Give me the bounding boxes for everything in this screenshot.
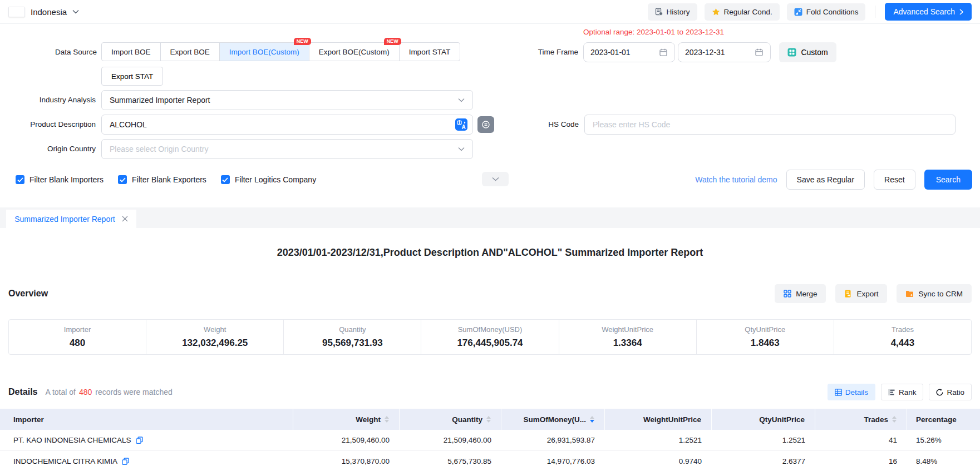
view-details-label: Details xyxy=(845,388,868,396)
top-bar: Indonesia History Regular Cond. xyxy=(0,0,980,24)
weight-cell: 15,370,870.00 xyxy=(293,451,400,466)
filter-blank-importers-checkbox[interactable]: Filter Blank Importers xyxy=(16,175,104,184)
divider xyxy=(875,6,875,18)
calendar-icon xyxy=(659,48,668,57)
country-selector[interactable]: Indonesia xyxy=(8,7,79,17)
stat-weight: Weight 132,032,496.25 xyxy=(146,320,283,354)
hs-code-field xyxy=(584,115,956,135)
history-button[interactable]: History xyxy=(648,3,697,21)
indonesia-flag-icon xyxy=(8,7,25,17)
importer-name[interactable]: INDOCHEMICAL CITRA KIMIA xyxy=(13,457,117,465)
close-icon[interactable] xyxy=(122,216,128,222)
stat-value: 132,032,496.25 xyxy=(182,338,248,349)
new-badge: NEW xyxy=(294,38,311,45)
expand-conditions-button[interactable] xyxy=(482,172,509,186)
data-source-import-boe-custom[interactable]: Import BOE(Custom) NEW xyxy=(219,42,309,61)
filter-blank-exporters-checkbox[interactable]: Filter Blank Exporters xyxy=(118,175,206,184)
filter-logistics-company-checkbox[interactable]: Filter Logitics Company xyxy=(221,175,316,184)
data-source-export-boe-custom[interactable]: Export BOE(Custom) NEW xyxy=(309,42,400,61)
details-table: Importer Weight Quantity SumOfMoney(U...… xyxy=(0,409,980,466)
sort-icon[interactable] xyxy=(486,416,491,423)
product-description-input[interactable] xyxy=(110,120,455,129)
view-ratio-label: Ratio xyxy=(947,388,964,396)
col-trades-label: Trades xyxy=(864,415,888,424)
industry-analysis-select[interactable]: Summarized Importer Report xyxy=(101,90,473,110)
fold-conditions-button[interactable]: Fold Conditions xyxy=(787,3,866,21)
svg-text:A: A xyxy=(462,124,466,130)
col-percentage: Percentage xyxy=(907,409,980,430)
copy-icon[interactable] xyxy=(122,458,129,465)
sort-icon[interactable] xyxy=(385,416,389,423)
fold-conditions-label: Fold Conditions xyxy=(806,8,859,16)
origin-country-select[interactable]: Please select Origin Country xyxy=(101,139,473,159)
view-ratio-button[interactable]: Ratio xyxy=(929,384,972,400)
tutorial-demo-link[interactable]: Watch the tutorial demo xyxy=(695,175,777,184)
data-source-export-boe-custom-label: Export BOE(Custom) xyxy=(319,48,390,56)
col-quantity[interactable]: Quantity xyxy=(400,409,501,430)
date-start-value: 2023-01-01 xyxy=(590,48,631,57)
matched-prefix: A total of xyxy=(45,388,75,396)
origin-country-label: Origin Country xyxy=(0,145,96,153)
stat-value: 95,569,731.93 xyxy=(322,338,383,349)
copy-icon[interactable] xyxy=(136,437,143,444)
stat-label: QtyUnitPrice xyxy=(745,325,785,334)
sort-icon-active-desc[interactable] xyxy=(590,416,594,423)
save-as-regular-button[interactable]: Save as Regular xyxy=(786,170,865,190)
advanced-search-button[interactable]: Advanced Search xyxy=(885,3,972,21)
data-source-import-stat[interactable]: Import STAT xyxy=(399,42,461,61)
stat-value: 176,445,905.74 xyxy=(457,338,523,349)
page: Indonesia History Regular Cond. xyxy=(0,0,980,466)
weight-unit-price-cell: 1.2521 xyxy=(605,430,712,450)
table-row[interactable]: PT. KAO INDONESIA CHEMICALS 21,509,460.0… xyxy=(0,430,980,451)
table-row[interactable]: INDOCHEMICAL CITRA KIMIA 15,370,870.00 5… xyxy=(0,451,980,466)
stat-trades: Trades 4,443 xyxy=(834,320,971,354)
qty-unit-price-cell: 2.6377 xyxy=(712,451,815,466)
percentage-cell: 15.26% xyxy=(907,430,980,450)
hs-code-label: HS Code xyxy=(483,120,579,128)
col-weight[interactable]: Weight xyxy=(293,409,400,430)
stat-value: 480 xyxy=(70,338,85,349)
search-button[interactable]: Search xyxy=(924,170,972,190)
col-sum-of-money[interactable]: SumOfMoney(U... xyxy=(501,409,605,430)
view-details-button[interactable]: Details xyxy=(828,384,875,400)
data-source-import-boe[interactable]: Import BOE xyxy=(101,42,161,61)
date-start-picker[interactable]: 2023-01-01 xyxy=(583,42,675,62)
rank-icon xyxy=(888,389,895,396)
importer-cell: PT. KAO INDONESIA CHEMICALS xyxy=(0,430,293,450)
importer-name[interactable]: PT. KAO INDONESIA CHEMICALS xyxy=(13,436,131,444)
time-frame-label: Time Frame xyxy=(482,48,578,56)
data-source-options: Import BOE Export BOE Import BOE(Custom)… xyxy=(101,42,460,61)
export-button[interactable]: Export xyxy=(835,284,887,303)
data-source-export-boe[interactable]: Export BOE xyxy=(160,42,220,61)
regular-cond-button[interactable]: Regular Cond. xyxy=(705,3,780,21)
stat-label: WeightUnitPrice xyxy=(602,325,653,334)
stat-label: SumOfMoney(USD) xyxy=(458,325,523,334)
custom-range-button[interactable]: Custom xyxy=(779,42,836,62)
trades-cell: 41 xyxy=(815,430,907,450)
view-rank-button[interactable]: Rank xyxy=(881,384,924,400)
table-grid-icon xyxy=(835,389,842,396)
sort-icon[interactable] xyxy=(892,416,897,423)
data-source-export-stat[interactable]: Export STAT xyxy=(101,67,163,86)
data-source-label: Data Source xyxy=(1,48,97,56)
tab-summarized-importer-report[interactable]: Summarized Importer Report xyxy=(6,210,136,228)
col-weight-unit-price: WeightUnitPrice xyxy=(605,409,712,430)
col-trades[interactable]: Trades xyxy=(815,409,907,430)
reset-button[interactable]: Reset xyxy=(874,170,915,190)
stat-value: 4,443 xyxy=(891,338,915,349)
country-name: Indonesia xyxy=(31,7,67,17)
quantity-cell: 21,509,460.00 xyxy=(400,430,501,450)
filter-logistics-company-label: Filter Logitics Company xyxy=(235,175,316,184)
merge-button[interactable]: Merge xyxy=(775,284,826,303)
sync-to-crm-button[interactable]: Sync to CRM xyxy=(897,284,972,303)
ratio-icon xyxy=(936,389,943,396)
date-end-picker[interactable]: 2023-12-31 xyxy=(678,42,771,62)
overview-actions: Merge Export Sync to CRM xyxy=(775,284,972,303)
stat-value: 1.3364 xyxy=(613,338,642,349)
star-icon xyxy=(712,8,720,16)
stat-label: Importer xyxy=(64,325,91,334)
calendar-icon xyxy=(755,48,764,57)
translate-icon[interactable]: A xyxy=(455,118,468,131)
hs-code-input[interactable] xyxy=(593,120,951,129)
industry-analysis-value: Summarized Importer Report xyxy=(110,96,210,105)
